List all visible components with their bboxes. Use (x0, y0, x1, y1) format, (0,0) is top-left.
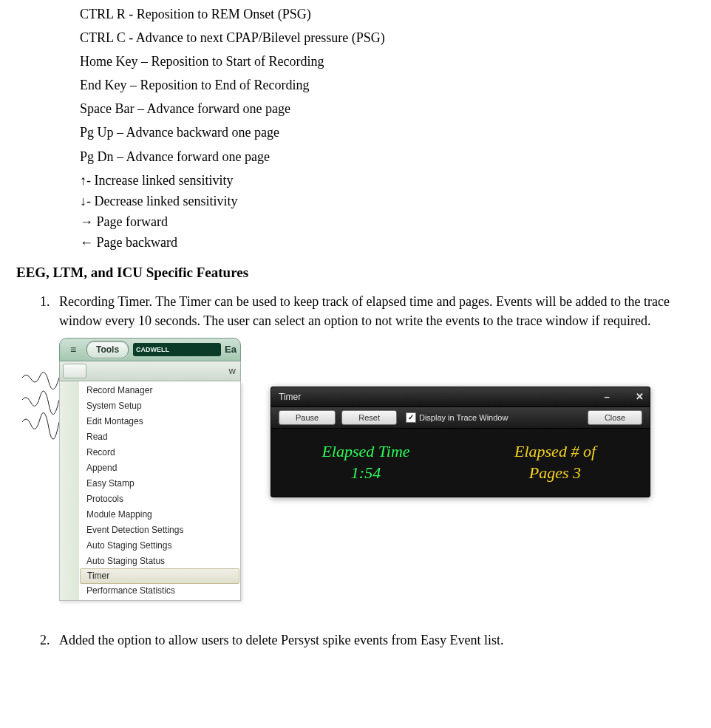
menu-item-event-detection-settings[interactable]: Event Detection Settings (79, 523, 240, 538)
checkbox-label: Display in Trace Window (419, 413, 508, 422)
timer-titlebar: Timer – ✕ (271, 387, 650, 407)
close-icon[interactable]: ✕ (632, 391, 647, 403)
pause-button[interactable]: Pause (279, 410, 336, 425)
tools-dropdown-menu: Record ManagerSystem SetupEdit MontagesR… (59, 381, 241, 601)
header-fragment: Ea (221, 344, 240, 355)
timer-body: Elapsed Time 1:54 Elapsed # of Pages 3 (271, 429, 650, 497)
shortcut-item: → Page forward (80, 212, 698, 231)
elapsed-pages-label: Elapsed # of (514, 441, 596, 463)
timer-toolbar: Pause Reset ✓ Display in Trace Window Cl… (271, 407, 650, 429)
menu-item-module-mapping[interactable]: Module Mapping (79, 507, 240, 523)
shortcut-item: Space Bar – Advance forward one page (80, 99, 698, 118)
close-button[interactable]: Close (588, 410, 642, 425)
elapsed-pages-display: Elapsed # of Pages 3 (460, 429, 650, 497)
menu-item-record-manager[interactable]: Record Manager (79, 383, 240, 398)
menu-item-performance-statistics[interactable]: Performance Statistics (79, 583, 240, 599)
section-heading: EEG, LTM, and ICU Specific Features (16, 262, 698, 283)
menu-item-auto-staging-settings[interactable]: Auto Staging Settings (79, 538, 240, 554)
shortcut-item: Pg Up – Advance backward one page (80, 123, 698, 142)
elapsed-pages-value: Pages 3 (529, 463, 581, 484)
shortcut-item: CTRL R - Reposition to REM Onset (PSG) (80, 4, 698, 24)
keyboard-shortcut-list: CTRL R - Reposition to REM Onset (PSG) C… (80, 4, 698, 252)
toolbar-fragment: w (229, 365, 236, 376)
tools-menu-screenshot: ≡ Tools CADWELL Ea w Record ManagerSyste… (59, 338, 241, 601)
menu-gutter (60, 381, 79, 600)
feature-2-text: Added the option to allow users to delet… (59, 630, 698, 650)
toolbar-icon[interactable] (63, 364, 86, 378)
menu-item-auto-staging-status[interactable]: Auto Staging Status (79, 554, 240, 569)
reset-button[interactable]: Reset (341, 410, 397, 425)
feature-1-text: Recording Timer. The Timer can be used t… (59, 292, 698, 330)
feature-item-1: Recording Timer. The Timer can be used t… (53, 292, 698, 601)
shortcut-item: End Key – Reposition to End of Recording (80, 75, 698, 95)
feature-item-2: Added the option to allow users to delet… (53, 630, 698, 650)
shortcut-item: ← Page backward (80, 233, 698, 252)
menu-item-edit-montages[interactable]: Edit Montages (79, 414, 240, 429)
timer-window: Timer – ✕ Pause Reset ✓ Display in Trace… (271, 387, 650, 497)
brand-label: CADWELL (133, 343, 221, 356)
shortcut-item: Pg Dn – Advance forward one page (80, 147, 698, 166)
shortcut-item: ↓- Decrease linked sensitivity (80, 191, 698, 211)
menu-item-record[interactable]: Record (79, 445, 240, 460)
menu-item-append[interactable]: Append (79, 460, 240, 476)
minimize-icon[interactable]: – (599, 391, 614, 403)
elapsed-time-value: 1:54 (351, 463, 381, 484)
shortcut-item: ↑- Increase linked sensitivity (80, 171, 698, 190)
elapsed-time-display: Elapsed Time 1:54 (271, 429, 460, 497)
menu-item-easy-stamp[interactable]: Easy Stamp (79, 476, 240, 491)
menu-item-timer[interactable]: Timer (80, 568, 239, 584)
display-in-trace-checkbox[interactable]: ✓ Display in Trace Window (406, 412, 508, 423)
tools-subtoolbar: w (59, 361, 241, 381)
shortcut-item: Home Key – Reposition to Start of Record… (80, 52, 698, 71)
maximize-icon[interactable] (616, 391, 630, 403)
shortcut-item: CTRL C - Advance to next CPAP/Bilevel pr… (80, 28, 698, 47)
elapsed-time-label: Elapsed Time (322, 441, 409, 463)
menu-item-protocols[interactable]: Protocols (79, 491, 240, 507)
eeg-trace-decoration (22, 364, 59, 453)
hamburger-icon: ≡ (70, 344, 76, 356)
checkbox-icon[interactable]: ✓ (406, 412, 416, 423)
timer-title-text: Timer (279, 392, 301, 402)
tools-header-bar: ≡ Tools CADWELL Ea (59, 338, 241, 361)
menu-item-system-setup[interactable]: System Setup (79, 398, 240, 414)
tools-button[interactable]: Tools (86, 341, 129, 358)
menu-item-read[interactable]: Read (79, 429, 240, 445)
